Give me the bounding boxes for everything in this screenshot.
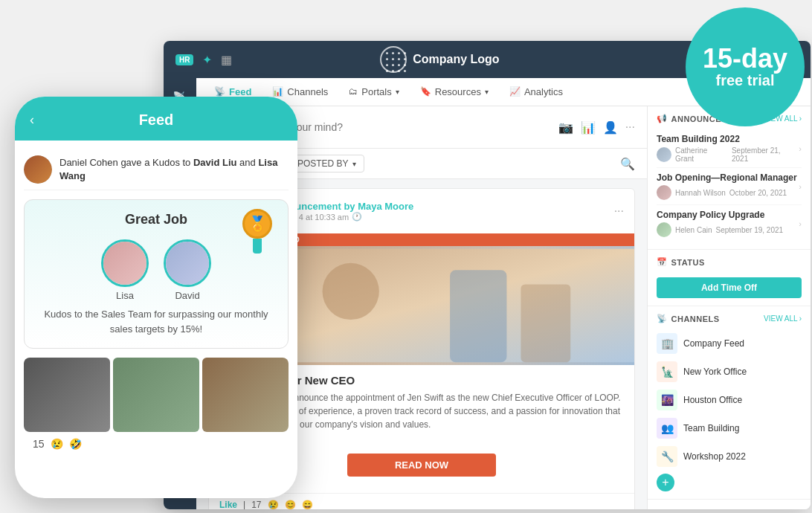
sidebar-icon-home[interactable]: ✦ [202, 53, 212, 67]
channel-item-1[interactable]: 🏢 Company Feed [657, 329, 802, 358]
right-sidebar: 📢 ANNOUNCEMENTS VIEW ALL › Team Building… [647, 106, 811, 509]
post-author-name: by Maya Moore [344, 201, 413, 212]
kudos-avatar-lisa [101, 239, 149, 287]
posted-by-filter[interactable]: POSTED BY ▾ [289, 155, 364, 172]
add-channel-button[interactable]: + [657, 474, 674, 491]
medal-ribbon [253, 239, 262, 254]
channel-icon-1: 🏢 [657, 333, 677, 354]
status-header: 📅 STATUS [657, 257, 802, 267]
posted-by-label: POSTED BY [297, 158, 349, 169]
channel-icon-4: 👥 [657, 418, 677, 439]
nav-portals-label: Portals [361, 86, 391, 97]
phone-content: Daniel Cohen gave a Kudos to David Liu a… [15, 141, 297, 465]
like-button[interactable]: Like [219, 500, 237, 509]
ann-chevron-icon-3: › [799, 219, 802, 228]
reaction-emoji-1: 😢 [268, 500, 279, 509]
hr-badge: HR [175, 54, 193, 65]
channel-name-2: New York Office [683, 367, 747, 377]
post-meta: 📢 Announcement by Maya Moore September 4… [257, 201, 607, 222]
channel-name-1: Company Feed [683, 338, 744, 349]
resources-nav-icon: 🔖 [420, 86, 431, 97]
feed-nav-icon: 📡 [214, 86, 225, 97]
announcements-section: 📢 ANNOUNCEMENTS VIEW ALL › Team Building… [648, 106, 811, 250]
nav-feed-label: Feed [229, 86, 251, 97]
notification-avatar [24, 155, 52, 184]
nav-item-analytics[interactable]: 📈 Analytics [500, 82, 572, 103]
feed-action-icons: 📷 📊 👤 ··· [558, 120, 635, 135]
medal-icon: 🏅 [242, 209, 272, 239]
user-icon[interactable]: 👤 [603, 120, 618, 135]
kudos-person-1: Lisa [101, 239, 149, 301]
announcement-content-2: Job Opening—Regional Manager Hannah Wils… [657, 172, 799, 200]
post-more-icon[interactable]: ··· [614, 204, 624, 218]
channels-section: 📡 CHANNELS VIEW ALL › 🏢 Company Feed [648, 306, 811, 500]
channel-icon-3: 🌆 [657, 390, 677, 410]
announcement-meta-1: Catherine Grant September 21, 2021 [657, 146, 799, 163]
channels-icon: 📡 [657, 314, 668, 323]
kudos-person-2: David [164, 239, 211, 301]
camera-icon[interactable]: 📷 [558, 120, 573, 135]
read-now-button[interactable]: READ NOW [347, 454, 496, 477]
ann-person-1: Catherine Grant [675, 146, 728, 163]
kudos-name-david: David [175, 290, 199, 301]
chart-icon[interactable]: 📊 [581, 120, 596, 135]
phone-image-2 [113, 358, 199, 432]
ann-avatar-2 [657, 185, 671, 200]
channels-header: 📡 CHANNELS VIEW ALL › [657, 314, 802, 323]
announcement-item-1[interactable]: Team Building 2022 Catherine Grant Septe… [657, 129, 802, 168]
kudos-card: 🏅 Great Job Lisa David Kudos to [24, 199, 289, 349]
promo-days-text: 15-day [703, 45, 787, 72]
channels-view-all-text: VIEW ALL [764, 314, 798, 323]
topbar-logo-text: Company Logo [413, 53, 499, 66]
post-author: 📢 Announcement by Maya Moore [257, 201, 607, 212]
status-title: 📅 STATUS [657, 257, 705, 267]
channel-item-3[interactable]: 🌆 Houston Office [657, 386, 802, 414]
add-time-off-button[interactable]: Add Time Off [657, 277, 802, 298]
channel-item-2[interactable]: 🗽 New York Office [657, 358, 802, 386]
phone-footer: 15 😢 🤣 [24, 432, 289, 456]
channel-item-4[interactable]: 👥 Team Building [657, 414, 802, 442]
announcement-title-1: Team Building 2022 [657, 134, 799, 144]
nav-item-portals[interactable]: 🗂 Portals ▾ [340, 82, 407, 103]
channel-item-5[interactable]: 🔧 Workshop 2022 [657, 442, 802, 471]
phone-image-3 [202, 358, 289, 432]
kudos-medal: 🏅 [239, 209, 276, 254]
ann-date-2: October 20, 2021 [729, 189, 787, 197]
ann-avatar-3 [657, 222, 671, 237]
phone-header: ‹ Feed [15, 97, 297, 141]
ann-chevron-icon-1: › [799, 144, 802, 153]
reaction-divider: | [243, 500, 245, 509]
ann-date-1: September 21, 2021 [732, 146, 799, 163]
phone-image-1 [24, 358, 110, 432]
svg-rect-2 [450, 270, 506, 362]
announcement-item-3[interactable]: Company Policy Upgrade Helen Cain Septem… [657, 205, 802, 242]
reaction-emoji-2: 🤣 [69, 438, 82, 450]
portals-nav-icon: 🗂 [349, 86, 358, 97]
analytics-nav-icon: 📈 [509, 86, 521, 97]
kudos-description: Kudos to the Sales Team for surpassing o… [36, 307, 276, 336]
kudos-name-lisa: Lisa [116, 290, 134, 301]
channels-label: CHANNELS [671, 314, 720, 323]
nav-item-resources[interactable]: 🔖 Resources ▾ [411, 82, 497, 103]
sidebar-icon-grid[interactable]: ▦ [221, 53, 232, 67]
resources-chevron-icon: ▾ [485, 88, 489, 96]
channel-icon-2: 🗽 [657, 361, 677, 382]
phone-notification: Daniel Cohen gave a Kudos to David Liu a… [24, 149, 289, 190]
reactions-count: 15 [33, 438, 45, 450]
more-icon[interactable]: ··· [625, 120, 635, 135]
channel-name-3: Houston Office [683, 395, 742, 405]
phone-back-button[interactable]: ‹ [30, 112, 34, 128]
announcement-title-2: Job Opening—Regional Manager [657, 172, 799, 183]
channels-nav-icon: 📊 [272, 86, 283, 97]
filter-search-icon[interactable]: 🔍 [620, 157, 635, 171]
phone-images [24, 358, 289, 432]
nav-channels-label: Channels [287, 86, 328, 97]
clock-icon: 🕐 [352, 212, 362, 222]
announcement-meta-2: Hannah Wilson October 20, 2021 [657, 185, 799, 200]
post-date: September 4 at 10:33 am 🕐 [257, 212, 607, 222]
ann-avatar-1 [657, 147, 671, 162]
status-label: STATUS [671, 258, 705, 267]
posted-by-chevron-icon: ▾ [352, 160, 356, 168]
announcement-item-2[interactable]: Job Opening—Regional Manager Hannah Wils… [657, 168, 802, 205]
channels-view-all[interactable]: VIEW ALL › [764, 314, 802, 323]
